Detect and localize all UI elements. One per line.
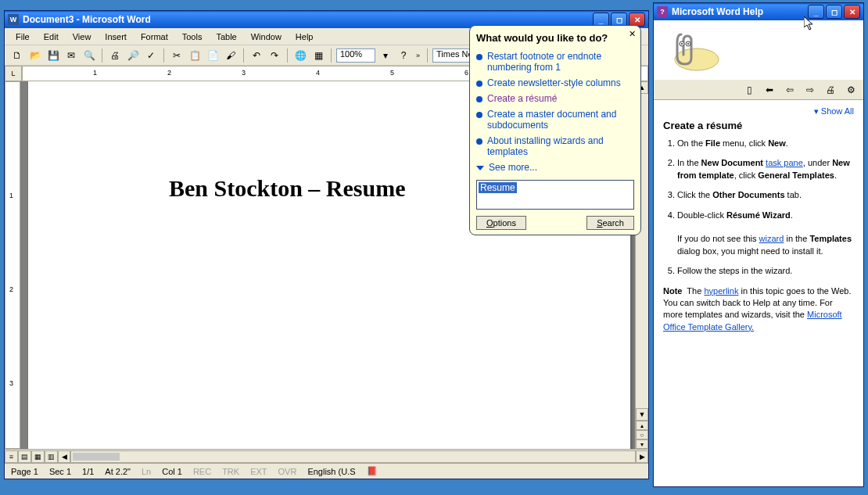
help-app-icon: ?: [657, 6, 668, 17]
print-view-icon[interactable]: ▦: [31, 450, 45, 463]
status-section: Sec 1: [49, 467, 71, 476]
show-tabs-icon[interactable]: ⬅: [762, 82, 777, 98]
help-step: Follow the steps in the wizard.: [677, 265, 854, 277]
tab-selector[interactable]: L: [5, 66, 22, 81]
bullet-icon: [476, 54, 482, 60]
menu-edit[interactable]: Edit: [38, 30, 65, 43]
redo-icon[interactable]: ↷: [267, 48, 282, 63]
word-app-icon: W: [8, 14, 19, 25]
see-more[interactable]: See more...: [476, 160, 634, 175]
help-suggestion[interactable]: About installing wizards and templates: [476, 133, 634, 160]
help-minimize-button[interactable]: _: [808, 5, 824, 19]
help-suggestion-current[interactable]: Create a résumé: [476, 91, 634, 106]
back-icon[interactable]: ⇦: [782, 82, 798, 98]
copy-icon[interactable]: 📋: [187, 48, 203, 63]
options-icon[interactable]: ⚙: [843, 82, 859, 98]
separator: [427, 48, 428, 63]
scroll-down-icon[interactable]: ▼: [636, 408, 648, 421]
vruler-tick: 2: [9, 285, 13, 293]
web-view-icon[interactable]: ▤: [18, 450, 31, 463]
menu-help[interactable]: Help: [289, 30, 320, 43]
normal-view-icon[interactable]: ≡: [5, 450, 18, 463]
help-suggestion[interactable]: Restart footnote or endnote numbering fr…: [476, 48, 634, 75]
vertical-ruler[interactable]: 1 2 3: [5, 81, 20, 449]
help-suggestion[interactable]: Create newsletter-style columns: [476, 75, 634, 91]
status-spellcheck-icon[interactable]: 📕: [367, 466, 378, 476]
ruler-tick: 4: [316, 69, 320, 77]
template-gallery-link[interactable]: Microsoft Office Template Gallery.: [663, 310, 842, 331]
menu-file[interactable]: File: [9, 30, 36, 43]
email-icon[interactable]: ✉: [63, 48, 79, 63]
bullet-icon: [476, 112, 482, 118]
help-title: Microsoft Word Help: [672, 6, 808, 17]
status-rec[interactable]: REC: [193, 467, 211, 476]
wizard-link[interactable]: wizard: [759, 234, 784, 243]
options-button[interactable]: Options: [476, 216, 526, 230]
help-close-button[interactable]: ✕: [844, 5, 860, 19]
help-toolbar: ▯ ⬅ ⇦ ⇨ 🖨 ⚙: [654, 80, 863, 100]
hyperlink-link[interactable]: hyperlink: [704, 286, 738, 296]
hyperlink-icon[interactable]: 🌐: [292, 48, 308, 63]
menu-tools[interactable]: Tools: [176, 30, 209, 43]
separator: [163, 48, 164, 63]
clippy-icon: [662, 27, 724, 74]
status-ovr[interactable]: OVR: [278, 467, 297, 476]
toolbar-overflow-icon[interactable]: »: [414, 52, 422, 59]
horizontal-scrollbar[interactable]: [70, 450, 636, 463]
spellcheck-icon[interactable]: ✓: [143, 48, 159, 63]
prev-page-icon[interactable]: ▴: [636, 421, 648, 430]
tile-icon[interactable]: ▯: [741, 82, 757, 98]
help-maximize-button[interactable]: ◻: [826, 5, 842, 19]
forward-icon[interactable]: ⇨: [802, 82, 818, 98]
separator: [102, 48, 102, 63]
search-icon[interactable]: 🔍: [81, 48, 97, 63]
print-help-icon[interactable]: 🖨: [823, 82, 838, 98]
print-preview-icon[interactable]: 🔎: [125, 48, 141, 63]
help-titlebar[interactable]: ? Microsoft Word Help _ ◻ ✕: [654, 3, 863, 20]
zoom-select[interactable]: 100%: [336, 48, 375, 63]
task-pane-link[interactable]: task pane: [766, 158, 803, 167]
status-ext[interactable]: EXT: [250, 467, 267, 476]
scroll-left-icon[interactable]: ◀: [58, 450, 70, 463]
tables-borders-icon[interactable]: ▦: [310, 48, 326, 63]
separator: [331, 48, 332, 63]
scroll-right-icon[interactable]: ▶: [636, 450, 648, 463]
vruler-tick: 1: [9, 192, 13, 199]
menu-table[interactable]: Table: [210, 30, 242, 43]
help-step: On the File menu, click New.: [677, 138, 854, 149]
help-icon[interactable]: ?: [396, 48, 411, 63]
menu-format[interactable]: Format: [135, 30, 174, 43]
menu-view[interactable]: View: [66, 30, 98, 43]
ruler-tick: 6: [464, 69, 468, 77]
balloon-close-icon[interactable]: ✕: [629, 29, 636, 39]
print-icon[interactable]: 🖨: [107, 48, 123, 63]
ruler-tick: 5: [390, 69, 394, 77]
assistant-balloon: ✕ What would you like to do? Restart foo…: [469, 25, 641, 235]
zoom-dropdown-icon[interactable]: ▾: [378, 48, 393, 63]
menu-insert[interactable]: Insert: [99, 30, 133, 43]
bullet-icon: [476, 138, 482, 145]
open-icon[interactable]: 📂: [27, 48, 43, 63]
ruler-tick: 3: [242, 69, 246, 77]
status-lang[interactable]: English (U.S: [307, 467, 355, 476]
undo-icon[interactable]: ↶: [249, 48, 264, 63]
status-at: At 2.2": [105, 467, 131, 476]
next-page-icon[interactable]: ▾: [636, 439, 648, 449]
bullet-icon: [476, 96, 482, 102]
search-button[interactable]: Search: [586, 216, 634, 230]
assistant-search-input[interactable]: Resume: [476, 180, 634, 210]
save-icon[interactable]: 💾: [45, 48, 61, 63]
new-doc-icon[interactable]: 🗋: [9, 48, 25, 63]
outline-view-icon[interactable]: ▥: [45, 450, 58, 463]
format-painter-icon[interactable]: 🖌: [223, 48, 239, 63]
help-suggestion[interactable]: Create a master document and subdocument…: [476, 106, 634, 133]
scroll-thumb[interactable]: [73, 453, 120, 461]
select-browse-icon[interactable]: ○: [636, 430, 648, 439]
paste-icon[interactable]: 📄: [205, 48, 221, 63]
menu-window[interactable]: Window: [245, 30, 288, 43]
show-all-link[interactable]: ▾ Show All: [663, 106, 854, 117]
cut-icon[interactable]: ✂: [169, 48, 185, 63]
status-trk[interactable]: TRK: [222, 467, 239, 476]
help-step: In the New Document task pane, under New…: [677, 157, 854, 181]
help-body[interactable]: ▾ Show All Create a résumé On the File m…: [654, 100, 863, 486]
